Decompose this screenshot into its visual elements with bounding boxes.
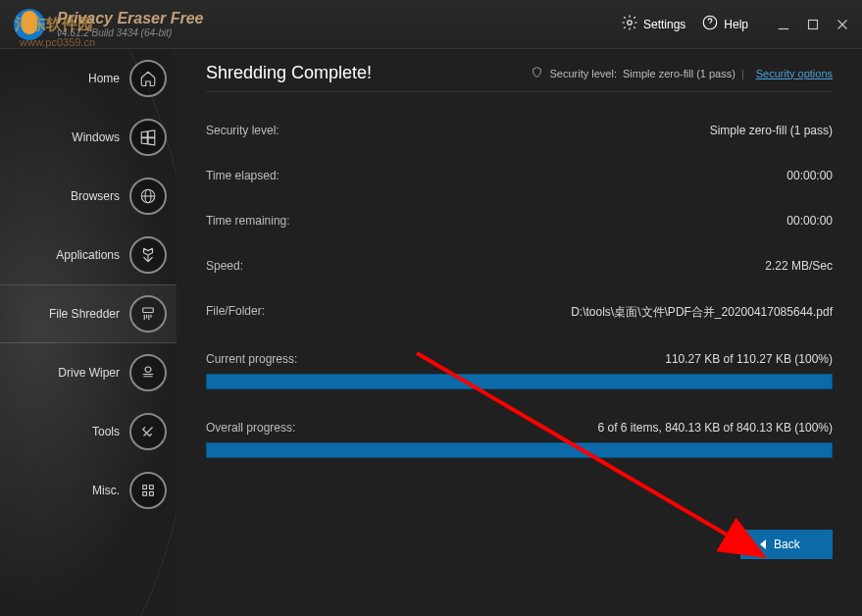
- label: Time remaining:: [206, 214, 290, 228]
- maximize-button[interactable]: [803, 15, 823, 34]
- windows-icon: [129, 119, 167, 156]
- security-options-link[interactable]: Security options: [756, 68, 833, 79]
- minimize-button[interactable]: [774, 15, 793, 34]
- svg-rect-18: [150, 492, 154, 496]
- current-progress-section: Current progress: 110.27 KB of 110.27 KB…: [206, 352, 833, 389]
- gear-icon: [621, 14, 638, 34]
- nav-windows[interactable]: Windows: [0, 108, 177, 167]
- svg-rect-17: [143, 492, 147, 496]
- globe-icon: [129, 178, 167, 215]
- help-label: Help: [724, 18, 748, 31]
- svg-rect-10: [143, 308, 154, 313]
- label: File/Folder:: [206, 304, 265, 321]
- app-version: v4.61.2 Build 3434 (64-bit): [57, 27, 203, 38]
- nav-drive-wiper[interactable]: Drive Wiper: [0, 343, 177, 402]
- main-panel: Shredding Complete! Security level: Simp…: [177, 49, 862, 616]
- nav-label: Home: [88, 72, 120, 85]
- label: Overall progress:: [206, 421, 295, 435]
- value: 6 of 6 items, 840.13 KB of 840.13 KB (10…: [598, 421, 833, 435]
- nav-label: Windows: [72, 130, 120, 144]
- security-level-header-label: Security level:: [549, 68, 616, 79]
- nav-tools[interactable]: Tools: [0, 402, 177, 461]
- value: 110.27 KB of 110.27 KB (100%): [665, 352, 833, 366]
- settings-button[interactable]: Settings: [621, 14, 685, 34]
- help-button[interactable]: Help: [701, 14, 748, 34]
- tools-icon: [129, 413, 167, 450]
- nav-label: File Shredder: [49, 307, 120, 321]
- shredder-icon: [129, 295, 167, 333]
- label: Current progress:: [206, 352, 297, 366]
- overall-progress-bar: [206, 442, 833, 458]
- nav-label: Browsers: [71, 189, 120, 203]
- nav-file-shredder[interactable]: File Shredder: [0, 284, 177, 343]
- value: 00:00:00: [786, 169, 833, 182]
- value: Simple zero-fill (1 pass): [710, 124, 833, 137]
- label: Security level:: [206, 124, 279, 137]
- nav-applications[interactable]: Applications: [0, 226, 177, 284]
- help-icon: [701, 14, 719, 34]
- misc-icon: [129, 472, 167, 509]
- back-label: Back: [774, 538, 800, 551]
- nav-browsers[interactable]: Browsers: [0, 167, 177, 226]
- value: 00:00:00: [786, 214, 833, 228]
- value: 2.22 MB/Sec: [765, 259, 833, 273]
- svg-rect-16: [150, 486, 154, 489]
- shield-icon: [531, 66, 543, 80]
- security-level-header-value: Simple zero-fill (1 pass): [623, 68, 735, 79]
- logo-area: Privacy Eraser Free v4.61.2 Build 3434 (…: [10, 5, 203, 44]
- close-button[interactable]: [833, 15, 852, 34]
- row-security-level: Security level: Simple zero-fill (1 pass…: [206, 124, 833, 137]
- svg-point-1: [628, 21, 633, 26]
- current-progress-bar: [206, 374, 833, 389]
- row-time-remaining: Time remaining: 00:00:00: [206, 214, 833, 228]
- svg-rect-15: [143, 486, 147, 489]
- settings-label: Settings: [643, 18, 685, 31]
- app-header: Privacy Eraser Free v4.61.2 Build 3434 (…: [0, 0, 862, 49]
- nav-misc[interactable]: Misc.: [0, 461, 177, 520]
- nav-label: Tools: [92, 425, 120, 438]
- page-title: Shredding Complete!: [206, 63, 372, 83]
- label: Speed:: [206, 259, 243, 273]
- overall-progress-section: Overall progress: 6 of 6 items, 840.13 K…: [206, 421, 833, 458]
- sidebar: Home Windows Browsers Applications File …: [0, 49, 177, 616]
- label: Time elapsed:: [206, 169, 279, 182]
- drive-wiper-icon: [129, 354, 167, 391]
- app-logo-icon: [10, 5, 49, 44]
- home-icon: [129, 60, 167, 97]
- value: D:\tools\桌面\文件\PDF合并_20200417085644.pdf: [571, 304, 833, 321]
- nav-label: Drive Wiper: [58, 366, 120, 380]
- row-file-folder: File/Folder: D:\tools\桌面\文件\PDF合并_202004…: [206, 304, 833, 321]
- nav-label: Misc.: [92, 484, 120, 497]
- row-time-elapsed: Time elapsed: 00:00:00: [206, 169, 833, 182]
- app-title: Privacy Eraser Free: [57, 10, 203, 27]
- nav-label: Applications: [56, 248, 120, 262]
- row-speed: Speed: 2.22 MB/Sec: [206, 259, 833, 273]
- svg-rect-4: [809, 20, 818, 28]
- nav-home[interactable]: Home: [0, 49, 177, 108]
- back-button[interactable]: Back: [740, 530, 833, 559]
- apps-icon: [129, 236, 167, 274]
